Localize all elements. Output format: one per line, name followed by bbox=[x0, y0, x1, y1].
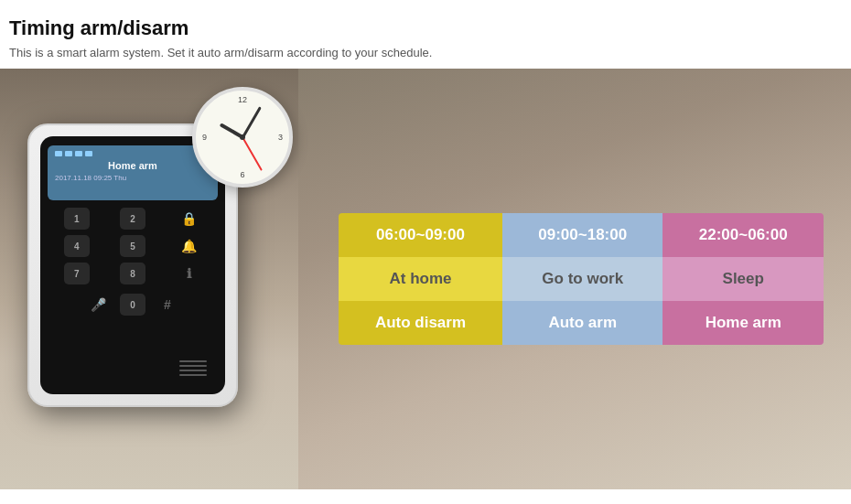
label-col-1: At home bbox=[339, 257, 502, 301]
clock-minute-hand bbox=[242, 106, 262, 137]
clock-second-hand bbox=[242, 137, 263, 171]
clock-3: 3 bbox=[278, 133, 283, 142]
screen-date: 2017.11.18 09:25 Thu bbox=[55, 174, 210, 182]
icon-dot bbox=[55, 151, 62, 156]
key-4: 4 bbox=[64, 235, 90, 257]
key-info-icon: ℹ bbox=[176, 263, 201, 284]
clock-container: 12 3 6 9 bbox=[192, 87, 293, 188]
schedule-action-row: Auto disarm Auto arm Home arm bbox=[339, 301, 824, 345]
key-bell-icon: 🔔 bbox=[176, 235, 201, 257]
action-col-3: Home arm bbox=[662, 301, 824, 345]
icon-dot bbox=[65, 151, 72, 156]
device-grip bbox=[179, 360, 207, 376]
grip-line bbox=[179, 374, 207, 376]
key-mic-icon: 🎤 bbox=[85, 294, 111, 316]
grip-line bbox=[179, 360, 207, 362]
header-section: Timing arm/disarm This is a smart alarm … bbox=[0, 0, 851, 69]
time-col-2: 09:00~18:00 bbox=[502, 213, 663, 257]
screen-icons bbox=[55, 151, 210, 156]
key-2: 2 bbox=[120, 208, 145, 230]
schedule-time-row: 06:00~09:00 09:00~18:00 22:00~06:00 bbox=[339, 213, 824, 257]
key-1: 1 bbox=[64, 208, 90, 230]
main-image: Home arm 2017.11.18 09:25 Thu 1 2 🔒 4 5 … bbox=[0, 69, 851, 489]
label-col-2: Go to work bbox=[502, 257, 663, 301]
time-col-1: 06:00~09:00 bbox=[339, 213, 502, 257]
key-0: 0 bbox=[120, 294, 145, 316]
action-col-1: Auto disarm bbox=[339, 301, 502, 345]
page-title: Timing arm/disarm bbox=[9, 16, 842, 40]
key-hash-icon: # bbox=[155, 294, 180, 316]
grip-line bbox=[179, 365, 207, 367]
clock-6: 6 bbox=[240, 170, 244, 179]
clock-center bbox=[240, 134, 245, 140]
clock-face: 12 3 6 9 bbox=[192, 87, 293, 188]
key-5: 5 bbox=[120, 235, 145, 257]
key-8: 8 bbox=[120, 263, 145, 284]
screen-text: Home arm bbox=[55, 160, 210, 171]
schedule-table: 06:00~09:00 09:00~18:00 22:00~06:00 At h… bbox=[339, 213, 824, 345]
grip-line bbox=[179, 370, 207, 371]
clock-9: 9 bbox=[202, 133, 207, 142]
icon-dot bbox=[85, 151, 92, 156]
device-bottom-row: 🎤 0 # bbox=[85, 294, 180, 316]
icon-dot bbox=[75, 151, 82, 156]
page-subtitle: This is a smart alarm system. Set it aut… bbox=[9, 46, 842, 59]
action-col-2: Auto arm bbox=[502, 301, 663, 345]
device-keypad: 1 2 🔒 4 5 🔔 7 8 ℹ bbox=[48, 208, 218, 284]
label-col-3: Sleep bbox=[662, 257, 824, 301]
time-col-3: 22:00~06:00 bbox=[662, 213, 824, 257]
schedule-label-row: At home Go to work Sleep bbox=[339, 257, 824, 301]
clock-12: 12 bbox=[238, 95, 247, 104]
key-lock-icon: 🔒 bbox=[176, 208, 201, 230]
key-7: 7 bbox=[64, 263, 90, 284]
